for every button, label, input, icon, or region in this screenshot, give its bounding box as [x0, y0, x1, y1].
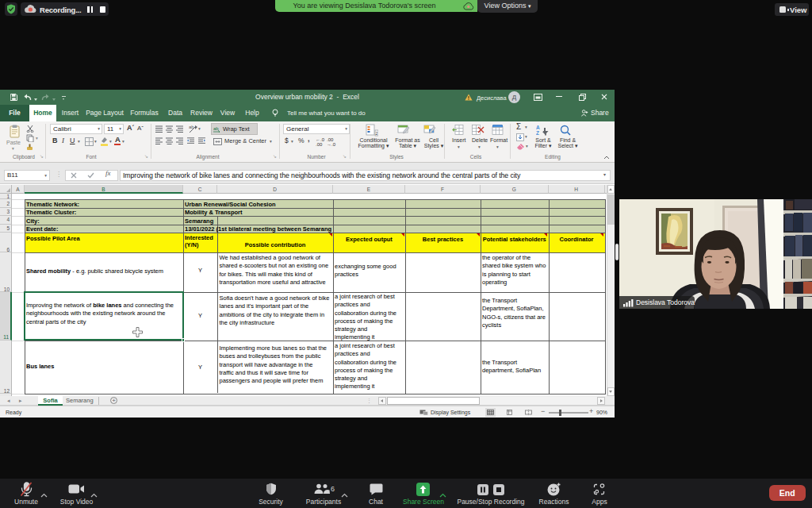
svg-text:A: A — [536, 125, 540, 130]
svg-text:2: 2 — [376, 131, 378, 136]
svg-text:Z: Z — [536, 130, 539, 136]
svg-text:ab: ab — [189, 125, 194, 129]
